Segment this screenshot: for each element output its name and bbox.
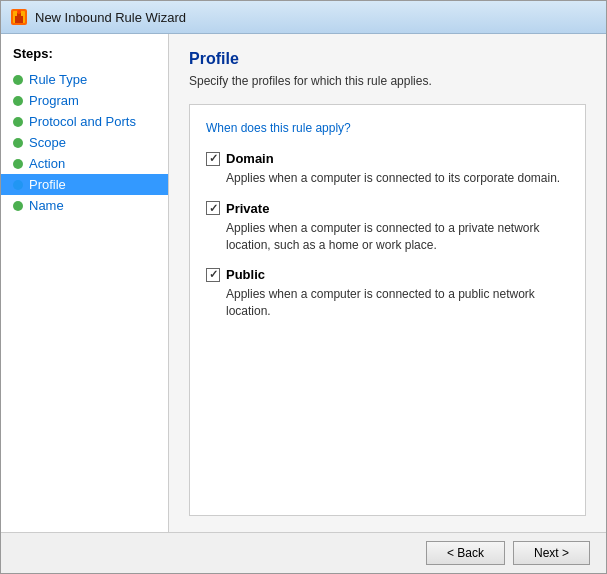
sidebar-item-label-rule-type: Rule Type (29, 72, 87, 87)
sidebar-item-protocol-ports[interactable]: Protocol and Ports (1, 111, 168, 132)
content-area: Steps: Rule Type Program Protocol and Po… (1, 34, 606, 532)
checkbox-public[interactable] (206, 268, 220, 282)
step-dot-protocol-ports (13, 117, 23, 127)
sidebar-item-profile[interactable]: Profile (1, 174, 168, 195)
step-dot-program (13, 96, 23, 106)
step-dot-profile (13, 180, 23, 190)
profile-desc-private: Applies when a computer is connected to … (206, 220, 569, 254)
main-panel: Profile Specify the profiles for which t… (169, 34, 606, 532)
sidebar-item-label-program: Program (29, 93, 79, 108)
when-label: When does this rule apply? (206, 121, 569, 135)
sidebar: Steps: Rule Type Program Protocol and Po… (1, 34, 169, 532)
profile-option-private: Private Applies when a computer is conne… (206, 201, 569, 254)
profile-option-domain: Domain Applies when a computer is connec… (206, 151, 569, 187)
page-title: Profile (189, 50, 586, 68)
page-subtitle: Specify the profiles for which this rule… (189, 74, 586, 88)
step-dot-scope (13, 138, 23, 148)
checkbox-domain[interactable] (206, 152, 220, 166)
step-dot-action (13, 159, 23, 169)
section-box: When does this rule apply? Domain Applie… (189, 104, 586, 516)
sidebar-item-label-scope: Scope (29, 135, 66, 150)
sidebar-item-label-profile: Profile (29, 177, 66, 192)
profile-desc-domain: Applies when a computer is connected to … (206, 170, 569, 187)
sidebar-item-rule-type[interactable]: Rule Type (1, 69, 168, 90)
sidebar-item-label-action: Action (29, 156, 65, 171)
sidebar-item-scope[interactable]: Scope (1, 132, 168, 153)
sidebar-item-action[interactable]: Action (1, 153, 168, 174)
sidebar-item-program[interactable]: Program (1, 90, 168, 111)
profile-option-header-domain: Domain (206, 151, 569, 166)
next-button[interactable]: Next > (513, 541, 590, 565)
profile-option-public: Public Applies when a computer is connec… (206, 267, 569, 320)
back-button[interactable]: < Back (426, 541, 505, 565)
wizard-window: New Inbound Rule Wizard Steps: Rule Type… (0, 0, 607, 574)
profile-option-header-public: Public (206, 267, 569, 282)
profile-desc-public: Applies when a computer is connected to … (206, 286, 569, 320)
profile-option-header-private: Private (206, 201, 569, 216)
button-bar: < Back Next > (1, 532, 606, 573)
profile-name-domain: Domain (226, 151, 274, 166)
sidebar-item-label-name: Name (29, 198, 64, 213)
checkbox-private[interactable] (206, 201, 220, 215)
firewall-icon (9, 7, 29, 27)
profile-name-public: Public (226, 267, 265, 282)
steps-label: Steps: (1, 46, 168, 69)
svg-point-4 (17, 10, 21, 14)
profile-name-private: Private (226, 201, 269, 216)
sidebar-item-label-protocol-ports: Protocol and Ports (29, 114, 136, 129)
title-bar: New Inbound Rule Wizard (1, 1, 606, 34)
title-bar-text: New Inbound Rule Wizard (35, 10, 186, 25)
step-dot-name (13, 201, 23, 211)
sidebar-item-name[interactable]: Name (1, 195, 168, 216)
step-dot-rule-type (13, 75, 23, 85)
